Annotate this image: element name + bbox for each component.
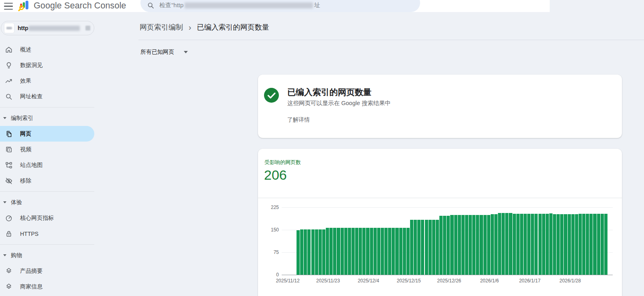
chart-bar[interactable] xyxy=(575,214,578,275)
chart-bar[interactable] xyxy=(297,230,300,275)
chart-bar[interactable] xyxy=(538,214,542,275)
chart-bar[interactable] xyxy=(436,220,439,275)
chart-bar[interactable] xyxy=(589,214,593,275)
chart-bar[interactable] xyxy=(553,214,556,275)
chart-bar[interactable] xyxy=(472,215,475,275)
chart-bar[interactable] xyxy=(450,215,453,275)
chart-bar[interactable] xyxy=(447,216,450,275)
chart-bar[interactable] xyxy=(329,228,333,275)
chart-bar[interactable] xyxy=(315,229,318,275)
chart-bar[interactable] xyxy=(531,214,534,275)
chart-bar[interactable] xyxy=(384,228,388,275)
chart-bar[interactable] xyxy=(381,228,384,275)
sidebar-item-insights[interactable]: 数据洞见 xyxy=(0,57,94,73)
chart-bar[interactable] xyxy=(601,214,604,275)
chart-bar[interactable] xyxy=(414,220,417,275)
sidebar-item-merchant-listings[interactable]: 商家信息 xyxy=(0,279,94,294)
chart-bar[interactable] xyxy=(300,229,303,275)
metric-label[interactable]: 受影响的网页数 xyxy=(264,159,301,166)
chart-bar[interactable] xyxy=(406,228,410,275)
sidebar-item-product-snippets[interactable]: 产品摘要 xyxy=(0,263,94,279)
chart-bar[interactable] xyxy=(370,228,373,275)
chart-bar[interactable] xyxy=(465,215,468,275)
chart-bar[interactable] xyxy=(476,215,479,275)
chart-bar[interactable] xyxy=(399,228,402,275)
chart-bar[interactable] xyxy=(520,214,523,275)
breadcrumb-parent-link[interactable]: 网页索引编制 xyxy=(140,22,183,32)
chart-bar[interactable] xyxy=(560,214,563,275)
chart-bar[interactable] xyxy=(432,220,435,275)
chart-bar[interactable] xyxy=(311,229,315,275)
chart-bar[interactable] xyxy=(571,214,575,275)
chart-bar[interactable] xyxy=(505,213,508,275)
chart-bar[interactable] xyxy=(443,216,446,275)
chart-bar[interactable] xyxy=(374,228,377,275)
chart-bar[interactable] xyxy=(524,214,527,275)
chart-bar[interactable] xyxy=(564,214,567,275)
chart-bar[interactable] xyxy=(458,215,461,275)
chart-bar[interactable] xyxy=(604,214,607,275)
chart-bar[interactable] xyxy=(454,215,457,275)
sidebar-item-videos[interactable]: 视频 xyxy=(0,142,94,157)
sidebar-item-overview[interactable]: 概述 xyxy=(0,42,94,57)
chart-bar[interactable] xyxy=(546,214,549,275)
sidebar-item-sitemaps[interactable]: 站点地图 xyxy=(0,157,94,173)
chart-bar[interactable] xyxy=(333,228,336,275)
chart-bar[interactable] xyxy=(549,213,553,275)
chart-bar[interactable] xyxy=(392,228,395,275)
chart-bar[interactable] xyxy=(388,228,391,275)
app-logo[interactable]: Google Search Console xyxy=(18,0,126,12)
sidebar-item-removals[interactable]: 移除 xyxy=(0,173,94,189)
chart-bar[interactable] xyxy=(403,228,406,275)
sidebar-item-https[interactable]: HTTPS xyxy=(0,226,94,241)
chart-bar[interactable] xyxy=(494,214,498,275)
chart-bar[interactable] xyxy=(516,214,520,275)
chart-bar[interactable] xyxy=(557,214,560,275)
sidebar-section-indexing[interactable]: 编制索引 xyxy=(0,110,94,126)
hamburger-menu-icon[interactable] xyxy=(4,1,13,9)
chart-bar[interactable] xyxy=(359,228,362,275)
chart-bar[interactable] xyxy=(425,220,428,275)
chart-bar[interactable] xyxy=(377,228,380,275)
chart-bar[interactable] xyxy=(410,220,413,275)
chart-bar[interactable] xyxy=(326,228,329,275)
chart-bar[interactable] xyxy=(304,229,307,275)
chart-bar[interactable] xyxy=(527,214,530,275)
chart-bar[interactable] xyxy=(337,228,340,275)
chart-bar[interactable] xyxy=(586,214,589,275)
property-selector[interactable]: http xyxy=(1,21,94,35)
chart-bar[interactable] xyxy=(582,214,585,275)
chart-bar[interactable] xyxy=(487,215,490,275)
chart-bar[interactable] xyxy=(491,214,494,275)
chart-bar[interactable] xyxy=(319,229,322,275)
chart-bar[interactable] xyxy=(502,213,505,275)
chart-bar[interactable] xyxy=(469,215,472,275)
sidebar-item-core-web-vitals[interactable]: 核心网页指标 xyxy=(0,210,94,226)
chart-bar[interactable] xyxy=(362,228,366,275)
page-filter-dropdown[interactable]: 所有已知网页 xyxy=(140,49,188,56)
sidebar-item-pages[interactable]: 网页 xyxy=(0,126,94,142)
chart-bar[interactable] xyxy=(307,229,311,275)
chart-bar[interactable] xyxy=(513,214,516,275)
sidebar-section-experience[interactable]: 体验 xyxy=(0,195,94,210)
chart-bar[interactable] xyxy=(417,220,421,275)
chart-bar[interactable] xyxy=(593,214,596,275)
learn-more-link[interactable]: 了解详情 xyxy=(287,116,310,124)
chart-bar[interactable] xyxy=(484,215,487,275)
chart-bar[interactable] xyxy=(597,214,600,275)
chart-bar[interactable] xyxy=(351,228,355,275)
chart-bar[interactable] xyxy=(534,214,538,275)
sidebar-item-url-inspection[interactable]: 网址检查 xyxy=(0,89,94,104)
url-inspection-search-input[interactable]: 检查"http 址 xyxy=(140,0,420,12)
chart-bar[interactable] xyxy=(421,220,424,275)
chart-bar[interactable] xyxy=(498,213,501,275)
chart-bar[interactable] xyxy=(395,228,398,275)
chart-bar[interactable] xyxy=(341,228,344,275)
chart-bar[interactable] xyxy=(579,214,582,275)
chart-bar[interactable] xyxy=(348,228,351,275)
chart-bar[interactable] xyxy=(322,229,325,275)
chart-bar[interactable] xyxy=(461,215,465,275)
chart-bar[interactable] xyxy=(344,228,347,275)
chart-bar[interactable] xyxy=(366,228,369,275)
chart-bar[interactable] xyxy=(355,228,358,275)
